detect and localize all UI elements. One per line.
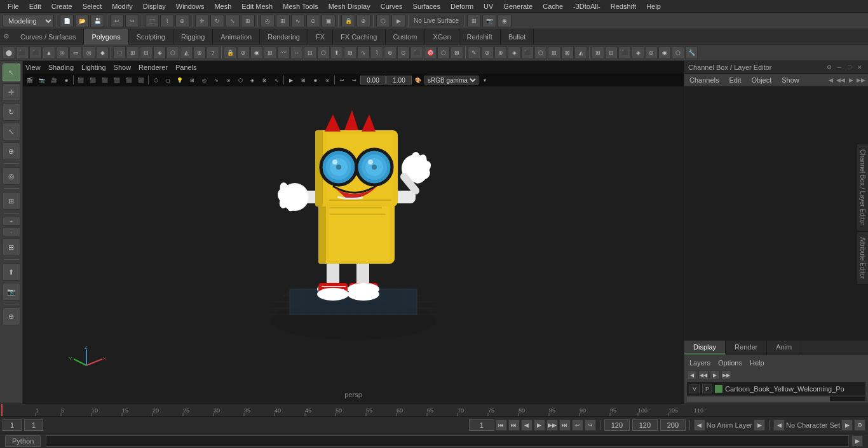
vpt-color-space-btn[interactable]: 🎨	[412, 75, 424, 85]
prim1-ico[interactable]: ⬚	[113, 46, 126, 59]
ch-nav-prev2-icon[interactable]: ◀◀	[836, 76, 845, 85]
menu-help[interactable]: Help	[641, 1, 666, 11]
step-back-btn[interactable]: ⏭	[508, 419, 520, 431]
snap-curve-btn[interactable]: ∿	[291, 15, 305, 27]
vpt-cam2-btn[interactable]: 📷	[36, 75, 48, 85]
show-manip-btn[interactable]: ⊞	[3, 192, 20, 210]
timeline-playhead[interactable]	[1, 404, 3, 416]
minus-btn[interactable]: -	[3, 227, 20, 236]
python-run-btn[interactable]: ▶	[851, 435, 863, 447]
lighting-menu[interactable]: Lighting	[81, 64, 106, 71]
layers-scrollbar-thumb[interactable]	[687, 397, 830, 402]
tool6-ico[interactable]: ⬡	[534, 46, 547, 59]
extrude-ico[interactable]: ⬆	[330, 46, 343, 59]
tool5-ico[interactable]: ⬛	[521, 46, 534, 59]
view5-ico[interactable]: ⊕	[645, 46, 658, 59]
python-tab[interactable]: Python	[5, 435, 41, 447]
plus-btn[interactable]: +	[3, 217, 20, 226]
view6-ico[interactable]: ◉	[658, 46, 671, 59]
menu-edit-mesh[interactable]: Edit Mesh	[236, 1, 278, 11]
ch-nav-next2-icon[interactable]: ▶▶	[857, 76, 865, 85]
move-mode-btn[interactable]: ✛	[3, 83, 20, 101]
vpt-pfx2-btn[interactable]: ⊕	[309, 75, 321, 85]
vpt-cam3-btn[interactable]: 🎥	[48, 75, 60, 85]
undo-btn[interactable]: ↩	[110, 15, 124, 27]
anim-layer-next-btn[interactable]: ▶	[754, 419, 765, 431]
cylinder-ico[interactable]: ⬛	[29, 46, 42, 59]
vpt-aa-btn[interactable]: ∿	[210, 75, 222, 85]
prim3-ico[interactable]: ⊟	[140, 46, 153, 59]
frame-end-range-input[interactable]	[632, 419, 658, 431]
layer-p-btn[interactable]: P	[702, 384, 712, 393]
flip-ico[interactable]: ↔	[290, 46, 303, 59]
layers-scrollbar[interactable]	[687, 396, 865, 401]
go-last-btn[interactable]: ⏭	[559, 419, 571, 431]
magnet-btn[interactable]: ⊕	[3, 308, 20, 325]
soft-sel-btn[interactable]: ◎	[261, 15, 275, 27]
python-input[interactable]	[46, 435, 849, 447]
tool8-ico[interactable]: ⊠	[561, 46, 574, 59]
loop-btn[interactable]: ↩	[572, 419, 583, 431]
prim8-ico[interactable]: ?	[207, 46, 219, 59]
render-tab[interactable]: Render	[726, 341, 767, 355]
vpt-sel4-btn[interactable]: ⬛	[111, 75, 123, 85]
vpt-cam-btn[interactable]: 🎬	[24, 75, 36, 85]
new-file-btn[interactable]: 📄	[60, 15, 74, 27]
move-tool-btn[interactable]: ✛	[195, 15, 209, 27]
frame-end-total-input[interactable]	[660, 419, 686, 431]
vpt-disp-btn[interactable]: ⊠	[259, 75, 270, 85]
tab-xgen[interactable]: XGen	[425, 29, 459, 44]
tab-bullet[interactable]: Bullet	[501, 29, 534, 44]
view4-ico[interactable]: ◈	[632, 46, 644, 59]
disk-ico[interactable]: ◎	[83, 46, 95, 59]
view8-ico[interactable]: 🔧	[685, 46, 698, 59]
workspace-select[interactable]: Modeling Rigging Animation Rendering	[3, 15, 54, 27]
vpt-shading-btn[interactable]: ⬡	[150, 75, 161, 85]
misc-shape-ico[interactable]: ◆	[96, 46, 109, 59]
menu-surfaces[interactable]: Surfaces	[408, 1, 445, 11]
char-set-next-btn[interactable]: ▶	[841, 419, 853, 431]
channel-minimize-icon[interactable]: ─	[835, 63, 844, 72]
channel-settings-icon[interactable]: ⚙	[825, 63, 834, 72]
mirror-ico[interactable]: ⊟	[304, 46, 316, 59]
vpt-color2-btn[interactable]: ▾	[479, 75, 491, 85]
scale-tool-btn[interactable]: ⤡	[226, 15, 240, 27]
tool1-ico[interactable]: ✎	[468, 46, 480, 59]
universal-mode-btn[interactable]: ⊕	[3, 142, 20, 160]
collapse-ico[interactable]: ⬡	[437, 46, 450, 59]
plane-ico[interactable]: ▭	[69, 46, 82, 59]
menu-deform[interactable]: Deform	[445, 1, 478, 11]
menu-mesh[interactable]: Mesh	[209, 1, 236, 11]
vpt-wire-btn[interactable]: ◻	[162, 75, 173, 85]
menu-3dtall[interactable]: -3DtoAll-	[568, 1, 606, 11]
tool4-ico[interactable]: ◈	[508, 46, 520, 59]
vpt-rot2-btn[interactable]: ↪	[348, 75, 360, 85]
pivot-btn[interactable]: ⊕	[356, 15, 370, 27]
color-space-select[interactable]: sRGB gamma	[424, 76, 478, 85]
menu-mesh-display[interactable]: Mesh Display	[323, 1, 376, 11]
vpt-sel2-btn[interactable]: ⬛	[87, 75, 98, 85]
layer-add2-btn[interactable]: ◀◀	[698, 370, 709, 379]
timeline-ruler[interactable]: 1 5 10 15 20 25 30 35 40 45 50 55 60 65 …	[0, 404, 868, 416]
frame-start-input[interactable]	[3, 419, 22, 431]
object-menu[interactable]: Object	[749, 75, 774, 85]
ch-nav-next-icon[interactable]: ▶	[846, 76, 855, 85]
soft-select-ico[interactable]: ◉	[250, 46, 263, 59]
lasso-tool-btn[interactable]: ⌇	[160, 15, 174, 27]
tab-gear-icon[interactable]: ⚙	[0, 29, 13, 44]
viewport[interactable]: View Shading Lighting Show Renderer Pane…	[23, 61, 684, 404]
snap-point-btn[interactable]: ⊙	[306, 15, 320, 27]
layers-help-menu[interactable]: Help	[747, 358, 767, 368]
rotate-mode-btn[interactable]: ↻	[3, 103, 20, 121]
view7-ico[interactable]: ⬡	[672, 46, 684, 59]
cube-ico[interactable]: ⬛	[16, 46, 29, 59]
frame-input-right[interactable]	[469, 419, 494, 431]
prim4-ico[interactable]: ◈	[153, 46, 166, 59]
merge-ico[interactable]: ⊠	[451, 46, 463, 59]
tab-fx-caching[interactable]: FX Caching	[333, 29, 385, 44]
channel-maximize-icon[interactable]: □	[845, 63, 854, 72]
menu-display[interactable]: Display	[138, 1, 171, 11]
transform-tool-btn[interactable]: ⊞	[241, 15, 255, 27]
display-tab[interactable]: Display	[684, 341, 726, 355]
play-back-btn[interactable]: ◀	[521, 419, 532, 431]
